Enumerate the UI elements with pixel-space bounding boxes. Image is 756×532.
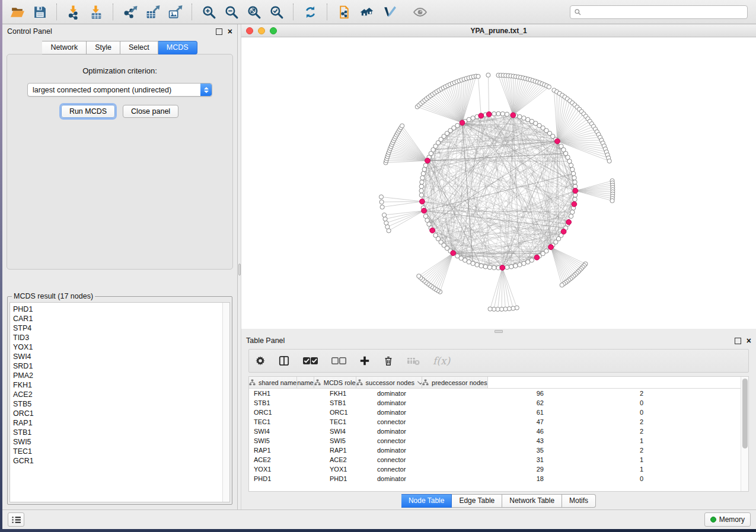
table-scrollbar[interactable] [741, 377, 748, 491]
column-header[interactable]: successor nodes [356, 377, 423, 388]
mcds-result-item[interactable]: SWI5 [13, 437, 222, 447]
cell-name[interactable]: SWI5 [325, 437, 372, 444]
mcds-result-item[interactable]: GCR1 [13, 456, 222, 466]
cell-name[interactable]: FKH1 [325, 390, 372, 397]
column-header[interactable]: name [297, 377, 314, 388]
table-row[interactable]: PHD1 PHD1 dominator 18 0 [249, 474, 741, 483]
delete-column-icon[interactable] [383, 355, 394, 366]
cell-successor-nodes[interactable]: 46 [461, 428, 549, 435]
cell-shared-name[interactable]: STB1 [249, 399, 325, 406]
cell-mcds-role[interactable]: connector [372, 456, 461, 463]
mcds-result-item[interactable]: YOX1 [13, 342, 222, 352]
table-tab[interactable]: Network Table [502, 494, 562, 508]
cell-successor-nodes[interactable]: 31 [461, 456, 549, 463]
control-panel-tab[interactable]: Style [87, 41, 120, 55]
cell-predecessor-nodes[interactable]: 0 [549, 399, 649, 406]
cell-name[interactable]: STB1 [325, 399, 372, 406]
cell-mcds-role[interactable]: connector [372, 466, 461, 473]
cell-mcds-role[interactable]: dominator [372, 390, 461, 397]
cell-shared-name[interactable]: ORC1 [249, 409, 325, 416]
cell-name[interactable]: YOX1 [325, 466, 372, 473]
cell-predecessor-nodes[interactable]: 2 [549, 428, 649, 435]
horizontal-splitter[interactable] [241, 329, 756, 334]
cell-mcds-role[interactable]: dominator [372, 447, 461, 454]
cell-predecessor-nodes[interactable]: 1 [549, 466, 649, 473]
control-panel-tab[interactable]: Network [42, 41, 87, 55]
network-search-field[interactable] [570, 5, 748, 19]
cell-successor-nodes[interactable]: 61 [461, 409, 549, 416]
control-panel-tab[interactable]: MCDS [158, 41, 197, 55]
mcds-result-item[interactable]: TID3 [13, 333, 222, 342]
cell-successor-nodes[interactable]: 43 [461, 437, 549, 444]
cell-successor-nodes[interactable]: 96 [461, 390, 549, 397]
cell-successor-nodes[interactable]: 18 [461, 475, 549, 482]
cell-shared-name[interactable]: TEC1 [249, 418, 325, 425]
table-tab[interactable]: Edge Table [452, 494, 502, 508]
cell-name[interactable]: RAP1 [325, 447, 372, 454]
cell-shared-name[interactable]: RAP1 [249, 447, 325, 454]
zoom-in-icon[interactable] [199, 3, 219, 21]
splitter-grip[interactable] [495, 330, 503, 333]
mcds-result-item[interactable]: PHD1 [13, 305, 222, 314]
float-panel-icon[interactable] [735, 338, 741, 344]
export-table-icon[interactable] [142, 3, 162, 21]
cell-predecessor-nodes[interactable]: 2 [549, 447, 649, 454]
cell-mcds-role[interactable]: connector [372, 437, 461, 444]
mcds-result-item[interactable]: STB5 [13, 399, 222, 409]
table-row[interactable]: RAP1 RAP1 dominator 35 2 [249, 446, 741, 455]
cell-predecessor-nodes[interactable]: 1 [549, 456, 649, 463]
cell-shared-name[interactable]: SWI4 [249, 428, 325, 435]
cell-predecessor-nodes[interactable]: 2 [549, 390, 649, 397]
browse-networks-icon[interactable] [356, 3, 377, 21]
close-panel-button[interactable]: Close panel [123, 105, 178, 118]
window-zoom-icon[interactable] [270, 27, 277, 34]
cell-shared-name[interactable]: ACE2 [249, 456, 325, 463]
table-tab[interactable]: Node Table [401, 494, 452, 508]
memory-button[interactable]: Memory [704, 512, 751, 527]
mcds-result-item[interactable]: CAR1 [13, 314, 222, 323]
export-image-icon[interactable] [165, 3, 185, 21]
cell-predecessor-nodes[interactable]: 2 [549, 418, 649, 425]
cell-predecessor-nodes[interactable]: 1 [549, 437, 649, 444]
vertical-splitter[interactable] [237, 24, 241, 509]
table-row[interactable]: SWI4 SWI4 dominator 46 2 [249, 427, 741, 436]
zoom-out-icon[interactable] [221, 3, 241, 21]
window-close-icon[interactable] [246, 27, 253, 34]
cell-shared-name[interactable]: SWI5 [249, 437, 325, 444]
close-panel-icon[interactable]: × [747, 338, 751, 344]
window-minimize-icon[interactable] [258, 27, 265, 34]
add-column-icon[interactable] [359, 355, 370, 366]
mcds-result-item[interactable]: ORC1 [13, 409, 222, 418]
open-file-icon[interactable] [7, 3, 27, 21]
cell-predecessor-nodes[interactable]: 0 [549, 475, 649, 482]
mcds-result-item[interactable]: SWI4 [13, 352, 222, 361]
import-table-icon[interactable] [86, 3, 106, 21]
cell-successor-nodes[interactable]: 29 [461, 466, 549, 473]
share-document-icon[interactable] [334, 3, 354, 21]
export-network-icon[interactable] [120, 3, 140, 21]
function-builder-icon[interactable]: f(x) [433, 355, 450, 367]
cell-successor-nodes[interactable]: 35 [461, 447, 549, 454]
cell-name[interactable]: PHD1 [325, 475, 372, 482]
graphics-details-eye-icon[interactable] [410, 3, 430, 21]
cell-name[interactable]: ORC1 [325, 409, 372, 416]
table-row[interactable]: FKH1 FKH1 dominator 96 2 [249, 389, 741, 398]
mcds-result-item[interactable]: ACE2 [13, 390, 222, 399]
cell-mcds-role[interactable]: dominator [372, 409, 461, 416]
cell-successor-nodes[interactable]: 62 [461, 399, 549, 406]
cell-predecessor-nodes[interactable]: 0 [549, 409, 649, 416]
mcds-result-item[interactable]: STB1 [13, 428, 222, 437]
apply-layout-icon[interactable] [300, 3, 320, 21]
show-panels-list-icon[interactable] [8, 512, 24, 527]
table-tab[interactable]: Motifs [562, 494, 596, 508]
zoom-fit-icon[interactable] [244, 3, 264, 21]
run-mcds-button[interactable]: Run MCDS [61, 105, 115, 118]
table-row[interactable]: YOX1 YOX1 connector 29 1 [249, 464, 741, 474]
cell-shared-name[interactable]: PHD1 [249, 475, 325, 482]
mcds-list-scrollbar[interactable] [222, 303, 229, 502]
unselect-all-columns-icon[interactable] [331, 356, 346, 366]
settings-gear-icon[interactable] [255, 355, 266, 366]
cell-mcds-role[interactable]: connector [372, 418, 461, 425]
splitter-grip[interactable] [238, 264, 241, 275]
column-header[interactable]: predecessor nodes [422, 377, 488, 388]
